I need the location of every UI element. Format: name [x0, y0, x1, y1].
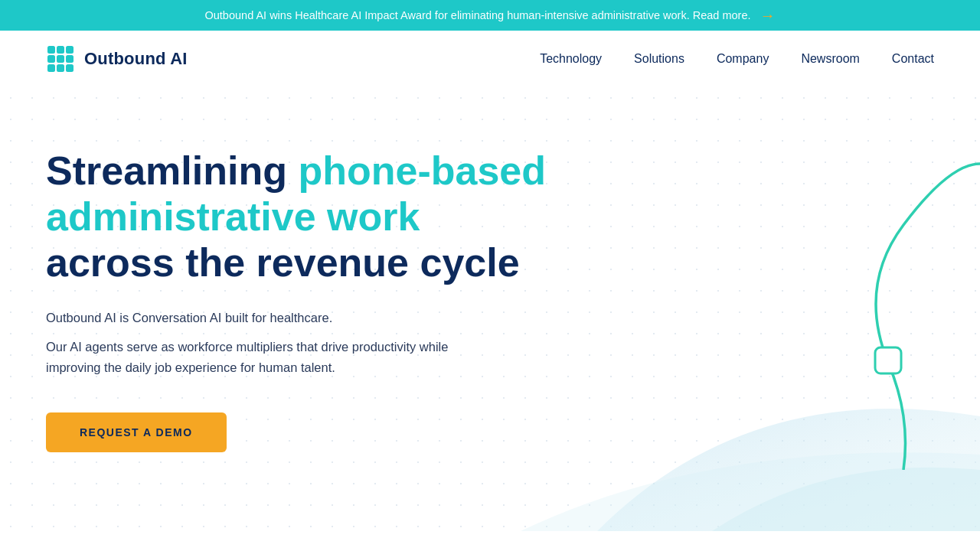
- decorative-curve: [735, 148, 980, 470]
- banner-text: Outbound AI wins Healthcare AI Impact Aw…: [205, 9, 751, 21]
- hero-title: Streamlining phone-based administrative …: [46, 148, 551, 285]
- request-demo-button[interactable]: REQUEST A DEMO: [46, 412, 227, 452]
- svg-rect-1: [57, 46, 64, 54]
- hero-body: Our AI agents serve as workforce multipl…: [46, 337, 452, 378]
- svg-rect-0: [47, 46, 55, 54]
- logo-text: Outbound AI: [84, 49, 188, 69]
- svg-rect-3: [47, 55, 55, 63]
- nav-newsroom[interactable]: Newsroom: [801, 52, 859, 65]
- nav-solutions[interactable]: Solutions: [634, 52, 684, 65]
- banner-arrow-icon[interactable]: →: [760, 8, 776, 23]
- svg-rect-4: [57, 55, 64, 63]
- hero-title-part2: across the revenue cycle: [46, 240, 520, 285]
- nav-company[interactable]: Company: [717, 52, 769, 65]
- nav-contact[interactable]: Contact: [892, 52, 934, 65]
- logo-icon: [46, 44, 75, 73]
- svg-rect-7: [57, 64, 64, 72]
- hero-subtitle: Outbound AI is Conversation AI built for…: [46, 308, 551, 328]
- hero-section: Streamlining phone-based administrative …: [0, 87, 980, 531]
- announcement-banner: Outbound AI wins Healthcare AI Impact Aw…: [0, 0, 980, 31]
- main-nav: Outbound AI Technology Solutions Company…: [0, 31, 980, 87]
- nav-links: Technology Solutions Company Newsroom Co…: [540, 52, 934, 66]
- svg-rect-2: [66, 46, 74, 54]
- hero-title-part1: Streamlining: [46, 148, 298, 193]
- svg-rect-9: [875, 347, 901, 373]
- svg-rect-5: [66, 55, 74, 63]
- nav-technology[interactable]: Technology: [540, 52, 602, 65]
- logo-link[interactable]: Outbound AI: [46, 44, 188, 73]
- hero-content: Streamlining phone-based administrative …: [0, 87, 597, 498]
- svg-rect-8: [66, 64, 74, 72]
- svg-rect-6: [47, 64, 55, 72]
